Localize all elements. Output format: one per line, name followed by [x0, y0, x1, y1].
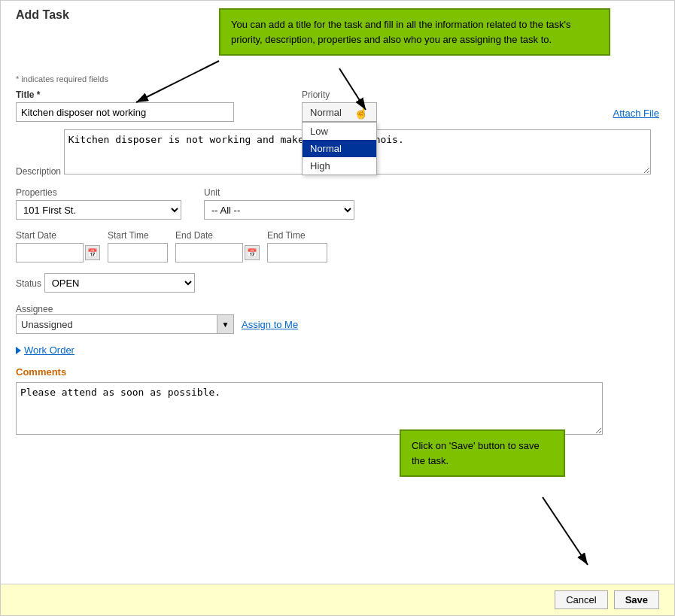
tooltip-task-info: You can add a title for the task and fil… — [219, 8, 610, 56]
arrow-tooltip-to-save — [520, 490, 610, 580]
start-date-input[interactable] — [16, 243, 84, 262]
end-date-group: End Date 📅 — [175, 230, 260, 262]
status-select[interactable]: OPEN CLOSED PENDING — [44, 273, 195, 293]
properties-label: Properties — [16, 187, 181, 198]
footer-bar: Cancel Save — [1, 584, 674, 615]
start-date-calendar-icon[interactable]: 📅 — [85, 245, 100, 260]
unit-label: Unit — [204, 187, 354, 198]
assignee-section: Assignee Unassigned ▼ Assign to Me — [16, 303, 659, 334]
status-section: Status OPEN CLOSED PENDING — [16, 273, 659, 293]
start-time-label: Start Time — [108, 230, 168, 241]
title-label: Title * — [16, 90, 234, 100]
priority-selected-value: Normal — [310, 107, 342, 118]
save-button[interactable]: Save — [614, 590, 659, 609]
assignee-label: Assignee — [16, 304, 53, 314]
assign-to-me-link[interactable]: Assign to Me — [242, 319, 298, 330]
priority-label: Priority — [302, 90, 377, 100]
start-date-group: Start Date 📅 — [16, 230, 100, 262]
end-date-label: End Date — [175, 230, 260, 241]
work-order-section[interactable]: Work Order — [16, 344, 659, 356]
comments-textarea[interactable]: Please attend as soon as possible. — [16, 382, 603, 435]
end-date-calendar-icon[interactable]: 📅 — [245, 245, 260, 260]
start-date-label: Start Date — [16, 230, 100, 241]
start-time-input[interactable] — [108, 243, 168, 262]
assignee-value: Unassigned — [17, 317, 217, 332]
tooltip-task-info-text: You can add a title for the task and fil… — [231, 19, 571, 45]
datetime-row: Start Date 📅 Start Time End Date 📅 End T… — [16, 230, 659, 262]
priority-option-normal[interactable]: Normal — [303, 140, 376, 157]
assignee-dropdown-btn[interactable]: ▼ — [217, 315, 233, 333]
title-input[interactable] — [16, 102, 234, 122]
tooltip-save: Click on 'Save' button to save the task. — [400, 429, 565, 477]
comments-label: Comments — [16, 366, 659, 378]
start-time-group: Start Time — [108, 230, 168, 262]
assignee-row: Unassigned ▼ Assign to Me — [16, 314, 659, 334]
svg-line-5 — [543, 497, 588, 565]
assignee-select-wrapper[interactable]: Unassigned ▼ — [16, 314, 234, 334]
attach-file-link[interactable]: Attach File — [613, 108, 659, 119]
required-note: * indicates required fields — [16, 74, 659, 83]
priority-dropdown[interactable]: Normal ☝ — [302, 102, 377, 122]
priority-option-low[interactable]: Low — [303, 123, 376, 140]
end-time-input[interactable] — [267, 243, 327, 262]
work-order-triangle-icon — [16, 347, 21, 354]
comments-section: Comments Please attend as soon as possib… — [16, 366, 659, 437]
description-label: Description — [16, 166, 61, 177]
end-time-group: End Time — [267, 230, 327, 262]
priority-section: Normal ☝ Low Normal High — [302, 102, 377, 122]
work-order-label[interactable]: Work Order — [24, 344, 74, 356]
tooltip-save-text: Click on 'Save' button to save the task. — [412, 440, 540, 466]
unit-select[interactable]: -- All -- — [204, 200, 354, 220]
status-label: Status — [16, 278, 41, 289]
page-wrapper: Add Task You can add a title for the tas… — [0, 0, 675, 616]
end-time-label: End Time — [267, 230, 327, 241]
properties-select[interactable]: 101 First St. — [16, 200, 181, 220]
priority-option-high[interactable]: High — [303, 157, 376, 174]
cancel-button[interactable]: Cancel — [555, 590, 607, 609]
priority-menu: Low Normal High — [302, 122, 377, 175]
end-date-input[interactable] — [175, 243, 243, 262]
cursor-hand-icon: ☝ — [354, 105, 369, 120]
